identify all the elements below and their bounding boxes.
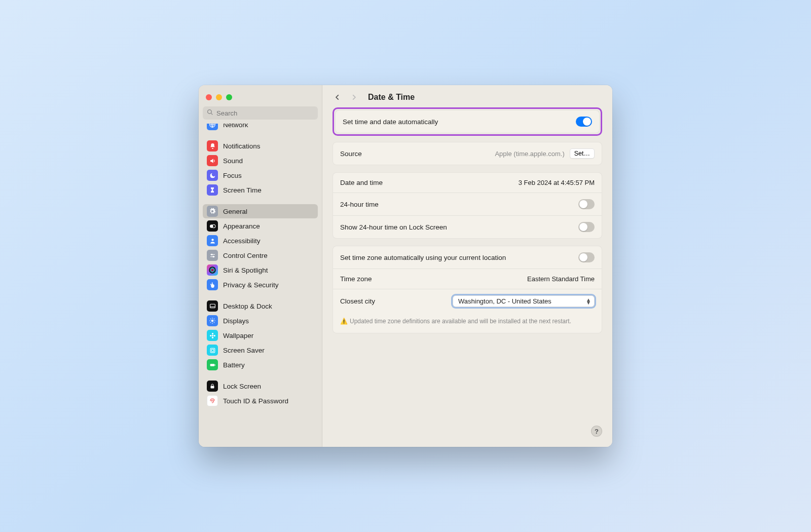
value-datetime: 3 Feb 2024 at 4:45:57 PM: [519, 179, 595, 186]
svg-point-2: [210, 124, 215, 127]
closest-city-select[interactable]: Washington, DC - United States ▲▼: [453, 295, 595, 307]
highlight-annotation: Set time and date automatically: [333, 107, 602, 136]
sidebar-item-notifications[interactable]: Notifications: [203, 139, 318, 153]
label-datetime: Date and time: [340, 179, 383, 186]
forward-button[interactable]: [349, 92, 359, 102]
set-source-button[interactable]: Set…: [570, 148, 595, 159]
window-controls: [199, 90, 322, 106]
sidebar-item-general[interactable]: General: [203, 204, 318, 218]
value-city: Washington, DC - United States: [458, 297, 551, 305]
sidebar-item-label: Accessibility: [223, 237, 261, 245]
sidebar-item-label: Desktop & Dock: [223, 302, 272, 310]
toggle-auto-tz[interactable]: [578, 252, 595, 262]
sidebar-item-label: Lock Screen: [223, 383, 261, 390]
close-button[interactable]: [206, 94, 212, 100]
toggle-24h-lock[interactable]: [578, 222, 595, 232]
svg-point-15: [211, 320, 214, 322]
svg-point-28: [213, 334, 215, 336]
sidebar-item-screen-time[interactable]: Screen Time: [203, 183, 318, 197]
appearance-icon: [207, 220, 218, 232]
svg-point-24: [211, 334, 213, 336]
svg-rect-13: [210, 304, 215, 308]
sidebar-item-privacy-security[interactable]: Privacy & Security: [203, 278, 318, 292]
zoom-button[interactable]: [226, 94, 232, 100]
label-24h-lock: Show 24-hour time on Lock Screen: [340, 223, 447, 231]
sidebar-item-label: Sound: [223, 157, 243, 165]
row-tz: Time zone Eastern Standard Time: [333, 269, 602, 289]
label-24h: 24-hour time: [340, 201, 379, 208]
sidebar-item-sound[interactable]: Sound: [203, 154, 318, 168]
svg-point-26: [211, 336, 213, 338]
label-auto-time: Set time and date automatically: [343, 118, 438, 126]
speaker-icon: [207, 155, 218, 166]
sidebar-item-label: Focus: [223, 172, 242, 179]
search-field[interactable]: [203, 106, 318, 120]
svg-point-9: [213, 256, 214, 257]
sidebar-item-appearance[interactable]: Appearance: [203, 219, 318, 233]
value-source: Apple (time.apple.com.): [495, 150, 564, 158]
sidebar-item-label: Wallpaper: [223, 332, 253, 339]
label-source: Source: [340, 150, 362, 158]
svg-line-23: [214, 319, 214, 319]
svg-line-20: [210, 319, 211, 319]
sidebar-item-label: Touch ID & Password: [223, 397, 288, 405]
sidebar-item-focus[interactable]: Focus: [203, 168, 318, 182]
frame-icon: [207, 345, 218, 356]
row-auto-tz: Set time zone automatically using your c…: [333, 246, 602, 269]
sidebar-item-lock-screen[interactable]: Lock Screen: [203, 379, 318, 393]
sidebar-item-wallpaper[interactable]: Wallpaper: [203, 328, 318, 343]
flower-icon: [207, 330, 218, 341]
sidebar-item-label: Siri & Spotlight: [223, 267, 268, 274]
sidebar-item-label: General: [223, 208, 247, 215]
svg-point-5: [211, 239, 213, 241]
help-button[interactable]: ?: [591, 426, 602, 437]
sidebar-item-label: Network: [223, 124, 248, 129]
sidebar-item-displays[interactable]: Displays: [203, 314, 318, 328]
sidebar-item-battery[interactable]: Battery: [203, 358, 318, 372]
back-button[interactable]: [333, 92, 343, 102]
svg-line-21: [214, 322, 214, 323]
sidebar-item-label: Screen Time: [223, 186, 262, 194]
sidebar-item-label: Screen Saver: [223, 347, 265, 354]
warning-icon: ⚠️: [340, 318, 348, 325]
row-auto-time: Set time and date automatically: [336, 110, 599, 133]
toggle-auto-time[interactable]: [576, 117, 592, 127]
gear-icon: [207, 206, 218, 217]
minimize-button[interactable]: [216, 94, 222, 100]
chevron-updown-icon: ▲▼: [586, 298, 591, 305]
svg-point-0: [208, 110, 212, 114]
svg-rect-32: [214, 364, 215, 365]
svg-rect-31: [210, 364, 214, 366]
sidebar-item-accessibility[interactable]: Accessibility: [203, 234, 318, 248]
svg-point-27: [210, 334, 211, 336]
sidebar-item-touch-id-password[interactable]: Touch ID & Password: [203, 394, 318, 408]
search-icon: [207, 108, 213, 118]
sidebar-item-label: Notifications: [223, 142, 261, 150]
row-24h: 24-hour time: [333, 193, 602, 215]
sidebar-item-label: Control Centre: [223, 252, 268, 259]
hourglass-icon: [207, 184, 218, 196]
content-pane: Date & Time Set time and date automatica…: [322, 85, 612, 447]
sidebar-item-desktop-dock[interactable]: Desktop & Dock: [203, 299, 318, 313]
row-city: Closest city Washington, DC - United Sta…: [333, 289, 602, 313]
moon-icon: [207, 170, 218, 181]
fingerprint-icon: [207, 395, 218, 406]
label-tz: Time zone: [340, 275, 372, 283]
svg-line-1: [211, 113, 212, 115]
toggle-24h[interactable]: [578, 199, 595, 209]
hand-icon: [207, 279, 218, 290]
sidebar-item-network[interactable]: Network: [203, 124, 318, 132]
search-input[interactable]: [216, 109, 314, 117]
page-title: Date & Time: [368, 93, 415, 102]
label-city: Closest city: [340, 297, 375, 305]
content-header: Date & Time: [322, 85, 612, 107]
sliders-icon: [207, 250, 218, 261]
sidebar-item-siri-spotlight[interactable]: Siri & Spotlight: [203, 263, 318, 277]
sidebar-item-control-centre[interactable]: Control Centre: [203, 248, 318, 262]
sidebar-item-screen-saver[interactable]: Screen Saver: [203, 343, 318, 357]
row-datetime: Date and time 3 Feb 2024 at 4:45:57 PM: [333, 173, 602, 193]
sidebar-item-label: Battery: [223, 361, 245, 369]
battery-icon: [207, 359, 218, 370]
svg-rect-30: [211, 349, 213, 351]
value-tz: Eastern Standard Time: [527, 275, 595, 283]
